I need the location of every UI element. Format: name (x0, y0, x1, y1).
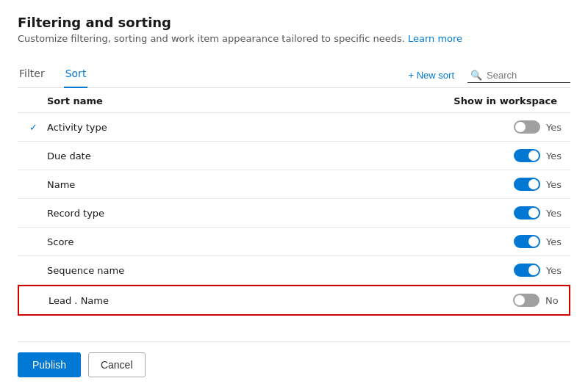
tab-sort[interactable]: Sort (64, 63, 88, 88)
toggle-switch[interactable] (514, 264, 540, 277)
row-sort-name: Record type (47, 208, 104, 219)
page-title: Filtering and sorting (18, 15, 570, 30)
row-right: No (513, 294, 560, 307)
search-input[interactable] (487, 70, 567, 81)
page-subtitle: Customize filtering, sorting and work it… (18, 33, 570, 44)
toggle-label: Yes (546, 208, 562, 219)
toggle-label: Yes (546, 236, 562, 247)
toggle-switch[interactable] (514, 120, 540, 134)
row-right: Yes (514, 178, 562, 191)
new-sort-button[interactable]: + New sort (404, 67, 459, 84)
row-sort-name: Sequence name (47, 265, 124, 276)
table-row: Score Yes (18, 228, 570, 256)
toggle-label: Yes (546, 150, 562, 161)
publish-button[interactable]: Publish (18, 352, 81, 377)
table-row: Sequence name Yes (18, 256, 570, 285)
row-sort-name: Name (47, 179, 75, 190)
toggle-slider (514, 235, 540, 248)
toggle-slider (514, 149, 540, 162)
row-sort-name: Due date (47, 150, 91, 161)
toolbar: + New sort 🔍 (404, 67, 571, 84)
col-show-in-workspace-header: Show in workspace (453, 95, 557, 106)
learn-more-link[interactable]: Learn more (408, 33, 462, 44)
row-right: Yes (514, 149, 562, 162)
row-right: Yes (514, 206, 562, 219)
check-mark-icon: ✓ (29, 122, 37, 133)
row-right: Yes (514, 235, 562, 248)
toggle-slider (514, 206, 540, 219)
tab-filter[interactable]: Filter (18, 63, 46, 88)
row-right: Yes (514, 120, 562, 134)
row-right: Yes (514, 264, 562, 277)
footer: Publish Cancel (18, 341, 570, 377)
tab-bar: Filter Sort + New sort 🔍 (18, 57, 570, 88)
col-sort-name-header: Sort name (47, 95, 103, 106)
toggle-switch[interactable] (514, 149, 540, 162)
toggle-label: Yes (546, 265, 562, 276)
row-sort-name: Lead . Name (49, 295, 109, 306)
toggle-slider (514, 178, 540, 191)
cancel-button[interactable]: Cancel (88, 352, 146, 377)
table-row: Lead . Name No (18, 285, 570, 316)
toggle-slider (514, 120, 540, 134)
toggle-switch[interactable] (514, 178, 540, 191)
table-header: Sort name Show in workspace (18, 88, 570, 113)
toggle-switch[interactable] (514, 206, 540, 219)
toggle-label: Yes (546, 122, 562, 133)
toggle-switch[interactable] (513, 294, 539, 307)
table-row: Name Yes (18, 170, 570, 199)
row-sort-name: Score (47, 236, 74, 247)
toggle-label: No (545, 295, 560, 306)
row-sort-name: Activity type (47, 122, 107, 133)
toggle-slider (513, 294, 539, 307)
toggle-label: Yes (546, 179, 562, 190)
subtitle-text: Customize filtering, sorting and work it… (18, 33, 408, 44)
tabs-container: Filter Sort (18, 63, 87, 87)
table-row: Record type Yes (18, 199, 570, 228)
toggle-switch[interactable] (514, 235, 540, 248)
search-icon: 🔍 (470, 70, 482, 81)
table-row: ✓ Activity type Yes (18, 113, 570, 142)
search-box: 🔍 (467, 68, 570, 83)
table-row: Due date Yes (18, 142, 570, 170)
toggle-slider (514, 264, 540, 277)
main-page: Filtering and sorting Customize filterin… (0, 0, 588, 392)
table-body: ✓ Activity type Yes Due date Yes N (18, 113, 570, 341)
